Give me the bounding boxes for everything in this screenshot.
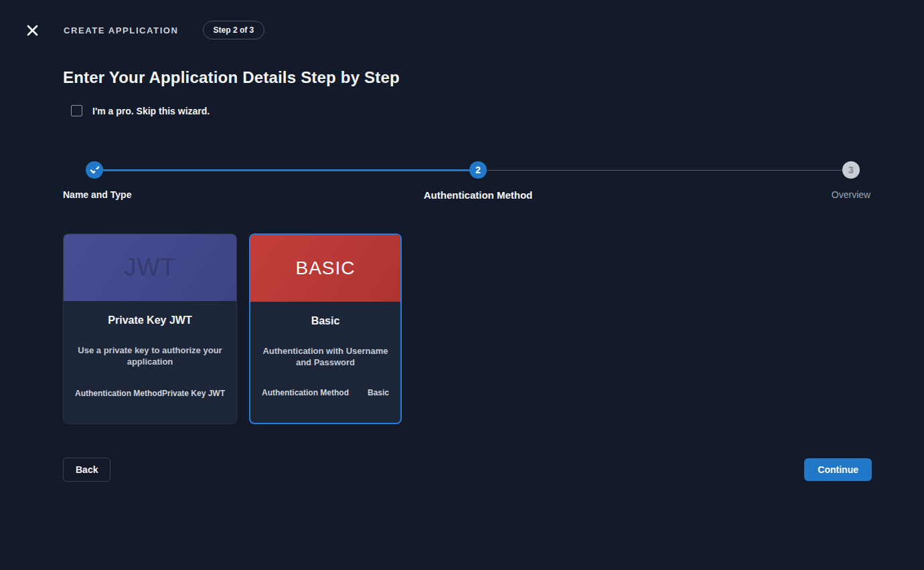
- card-description: Use a private key to authorize your appl…: [76, 345, 224, 367]
- auth-method-card-basic-selected[interactable]: BASIC Basic Authentication with Username…: [249, 233, 402, 424]
- skip-wizard-checkbox[interactable]: [71, 105, 82, 116]
- card-header-basic: BASIC: [250, 235, 400, 302]
- step-2-label: Authentication Method: [424, 189, 532, 201]
- step-connector-active: [94, 169, 478, 171]
- card-body-jwt: Private Key JWT Use a private key to aut…: [64, 301, 236, 423]
- attr-label: Authentication Method: [75, 389, 162, 398]
- card-attributes-row: Authentication Method Private Key JWT: [75, 389, 225, 398]
- attr-label: Authentication Method: [262, 388, 349, 397]
- skip-wizard-row[interactable]: I'm a pro. Skip this wizard.: [71, 105, 210, 116]
- card-title: Basic: [311, 315, 340, 327]
- attr-value: Private Key JWT: [162, 389, 225, 398]
- step-connector-idle: [487, 170, 842, 171]
- card-description: Authentication with Username and Passwor…: [262, 345, 389, 368]
- step-3-indicator: 3: [842, 161, 860, 179]
- jwt-badge: JWT: [125, 254, 176, 282]
- step-2-indicator: 2: [469, 161, 487, 179]
- step-badge: Step 2 of 3: [203, 21, 265, 39]
- wizard-stepper: 2 3 Name and Type Authentication Method …: [63, 161, 872, 203]
- close-icon[interactable]: [23, 21, 42, 39]
- auth-method-card-private-key-jwt[interactable]: JWT Private Key JWT Use a private key to…: [63, 233, 237, 424]
- back-button[interactable]: Back: [63, 458, 110, 482]
- auth-method-cards: JWT Private Key JWT Use a private key to…: [63, 233, 402, 424]
- wizard-topbar: CREATE APPLICATION Step 2 of 3: [23, 20, 901, 40]
- step-1-label: Name and Type: [63, 189, 131, 200]
- wizard-title: CREATE APPLICATION: [64, 25, 179, 35]
- card-header-jwt: JWT: [64, 234, 236, 301]
- continue-button[interactable]: Continue: [804, 458, 872, 481]
- wizard-footer: Back Continue: [63, 458, 872, 482]
- card-body-basic: Basic Authentication with Username and P…: [250, 302, 400, 423]
- basic-badge: BASIC: [295, 258, 355, 279]
- attr-value: Basic: [368, 388, 389, 397]
- skip-wizard-label: I'm a pro. Skip this wizard.: [92, 106, 210, 116]
- create-application-wizard: CREATE APPLICATION Step 2 of 3 Enter You…: [0, 0, 924, 570]
- step-3-label: Overview: [832, 189, 870, 200]
- card-attributes-row: Authentication Method Basic: [262, 388, 389, 397]
- card-title: Private Key JWT: [108, 314, 191, 326]
- page-title: Enter Your Application Details Step by S…: [63, 68, 400, 87]
